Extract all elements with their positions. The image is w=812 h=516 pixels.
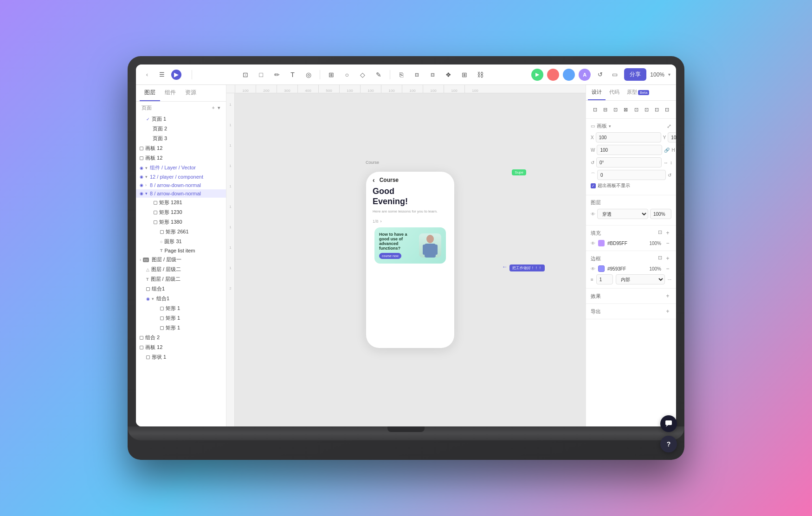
blend-mode-select[interactable]: 穿透 正常 — [597, 209, 648, 219]
flip-v-icon[interactable]: ↕ — [670, 160, 672, 165]
layer-rect-1230[interactable]: 矩形 1230 — [136, 207, 226, 217]
frame-expand[interactable]: ⤢ — [667, 123, 671, 129]
align-left[interactable]: ⊡ — [591, 104, 599, 115]
add-stroke-button[interactable]: + — [664, 255, 671, 262]
clip-checkbox[interactable]: ✓ — [591, 183, 596, 188]
layout-icon[interactable]: ▭ — [609, 69, 620, 80]
fill-blend-icon[interactable]: ⊡ — [658, 229, 662, 237]
align-bottom[interactable]: ⊡ — [642, 104, 651, 115]
play-button[interactable]: ▶ — [171, 70, 181, 80]
tab-design[interactable]: 设计 — [588, 85, 606, 100]
pen-tool[interactable]: ✏ — [271, 68, 284, 81]
share-button[interactable]: 分享 — [624, 68, 646, 81]
add-page-button[interactable]: + — [212, 105, 215, 111]
layer-rect-1380[interactable]: 矩形 1380 — [136, 217, 226, 227]
distribute-v[interactable]: ⊡ — [663, 104, 671, 115]
page-2[interactable]: 页面 2 — [136, 124, 226, 134]
layer-rect-a3[interactable]: 矩形 1 — [136, 323, 226, 333]
stroke-eye-icon[interactable]: 👁 — [591, 266, 595, 271]
tab-code[interactable]: 代码 — [606, 85, 623, 100]
phone-header: ‹ Course — [366, 172, 454, 187]
add-fill-button[interactable]: + — [664, 229, 671, 237]
layer-group-1[interactable]: › ▭ 图层 / 层级一 — [136, 255, 226, 264]
history-icon[interactable]: ↺ — [594, 69, 606, 80]
fill-color-swatch[interactable] — [598, 240, 605, 246]
tab-components[interactable]: 组件 — [160, 85, 180, 101]
frame-dropdown[interactable]: ▾ — [609, 124, 611, 129]
tab-layers[interactable]: 图层 — [140, 85, 160, 101]
rect-tool[interactable]: □ — [255, 68, 268, 81]
w-input[interactable] — [597, 145, 662, 155]
tab-assets[interactable]: 资源 — [180, 85, 201, 101]
pencil-tool[interactable]: ✎ — [372, 68, 385, 81]
card-btn[interactable]: course now — [379, 253, 401, 259]
frame-12-2-label: 画板 12 — [145, 155, 162, 161]
layer-rect-a1[interactable]: 矩形 1 — [136, 303, 226, 313]
rotation-input[interactable] — [596, 157, 662, 168]
mirror-h-tool[interactable]: ⧈ — [411, 68, 424, 81]
canvas-area[interactable]: 100 200 300 400 500 100 100 100 100 100 … — [226, 85, 586, 426]
align-center-h[interactable]: ⊟ — [601, 104, 609, 115]
layer-arrow-1[interactable]: ◉ › 8 / arrow-down-normal — [136, 181, 226, 189]
transform-tool[interactable]: ⊞ — [325, 68, 338, 81]
stamp-tool[interactable]: ◎ — [302, 68, 315, 81]
zoom-chevron[interactable]: ▾ — [668, 72, 670, 77]
frame-12-2[interactable]: 画板 12 — [136, 153, 226, 163]
eye-icon[interactable]: 👁 — [591, 212, 595, 217]
layer-group-combined-2[interactable]: ◉ ▾ 组合1 — [136, 294, 226, 303]
align-center-v[interactable]: ⊡ — [632, 104, 640, 115]
remove-stroke-button[interactable]: − — [664, 265, 671, 272]
stroke-blend-icon[interactable]: ⊡ — [658, 255, 662, 262]
layer-vector[interactable]: ◉ ▾ 组件 / Layer / Vector — [136, 163, 226, 173]
add-effect-button[interactable]: + — [664, 292, 671, 300]
align-tools: ⊡ ⊟ ⊡ ⊠ ⊡ ⊡ ⊡ ⊡ — [586, 101, 676, 119]
crop-tool[interactable]: ⊡ — [239, 68, 252, 81]
align-right[interactable]: ⊡ — [612, 104, 620, 115]
layer-arrow-2[interactable]: ◉ ▾ 8 / arrow-down-normal — [136, 189, 226, 198]
opacity-input[interactable] — [650, 209, 671, 219]
layer-shape-1[interactable]: 形状 1 — [136, 352, 226, 362]
diamond-tool[interactable]: ◇ — [356, 68, 369, 81]
layer-page-list[interactable]: T Page list item — [136, 246, 226, 255]
stroke-color-swatch[interactable] — [598, 265, 605, 272]
frame-12-1[interactable]: 画板 12 — [136, 143, 226, 153]
layer-player[interactable]: ◉ ▾ 12 / player / component — [136, 173, 226, 181]
lock-ratio-icon[interactable]: 🔗 — [664, 148, 670, 153]
mirror-v-tool[interactable]: ⧈ — [426, 68, 439, 81]
x-input[interactable] — [596, 132, 661, 142]
layer-rect-1281[interactable]: 矩形 1281 — [136, 198, 226, 207]
layer-board-12[interactable]: 画板 12 — [136, 342, 226, 352]
text-tool[interactable]: T — [286, 68, 299, 81]
fill-eye-icon[interactable]: 👁 — [591, 241, 595, 246]
circle-tool[interactable]: ○ — [341, 68, 354, 81]
refresh-icon[interactable]: ↺ — [668, 173, 671, 178]
layer-group-combined-1[interactable]: 组合1 — [136, 284, 226, 294]
menu-button[interactable]: ☰ — [156, 69, 168, 80]
grid-tool[interactable]: ⊞ — [458, 68, 471, 81]
add-export-button[interactable]: + — [664, 308, 671, 315]
link-tool[interactable]: ⛓ — [474, 68, 487, 81]
align-top[interactable]: ⊠ — [622, 104, 630, 115]
stroke-position-select[interactable]: 内部 外部 居中 — [616, 274, 665, 284]
stroke-more-icon[interactable]: ··· — [668, 277, 671, 282]
y-input[interactable] — [668, 132, 676, 142]
pages-chevron[interactable]: ▾ — [218, 105, 220, 111]
corner-input[interactable] — [597, 170, 666, 180]
distribute-h[interactable]: ⊡ — [653, 104, 661, 115]
layer-circle-31[interactable]: ○ 圆形 31 — [136, 237, 226, 246]
stroke-width-input[interactable] — [596, 274, 613, 284]
chat-button[interactable] — [660, 415, 676, 426]
remove-fill-button[interactable]: − — [664, 239, 671, 247]
page-1[interactable]: ✓ 页面 1 — [136, 114, 226, 124]
page-3[interactable]: 页面 3 — [136, 134, 226, 143]
back-button[interactable]: ‹ — [142, 69, 153, 80]
layer-sublevel-tri[interactable]: △ 图层 / 层级二 — [136, 264, 226, 274]
layer-rect-2661[interactable]: 矩形 2661 — [136, 227, 226, 237]
copy-tool[interactable]: ⎘ — [395, 68, 408, 81]
component-tool[interactable]: ❖ — [442, 68, 455, 81]
tab-prototype[interactable]: 原型Beta — [623, 85, 653, 100]
layer-rect-a2[interactable]: 矩形 1 — [136, 313, 226, 323]
layer-sublevel-txt[interactable]: T 图层 / 层级二 — [136, 274, 226, 284]
layer-group-2[interactable]: 组合 2 — [136, 333, 226, 342]
flip-h-icon[interactable]: ↔ — [664, 160, 668, 165]
